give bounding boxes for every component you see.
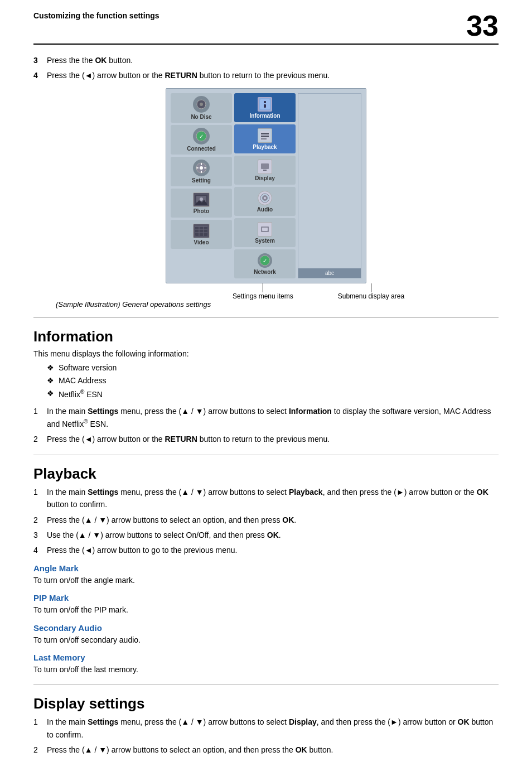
intro-step-3: 3 Press the the OK button. (33, 55, 499, 66)
system-label: System (255, 238, 275, 244)
playback-icon (258, 128, 272, 143)
playback-step-4: 4 Press the (◄) arrow button to go to th… (33, 544, 499, 556)
playback-step-1: 1 In the main Settings menu, press the (… (33, 486, 499, 511)
bullet-diamond-1: ❖ (47, 362, 54, 374)
chapter-title: Customizing the function settings (33, 11, 159, 20)
svg-point-5 (200, 166, 203, 170)
step-3-text: Press the the OK button. (47, 55, 133, 66)
no-disc-icon (193, 96, 210, 113)
svg-point-12 (200, 197, 203, 201)
diagram-annotations: Settings menu items Submenu display area (166, 283, 366, 300)
audio-icon (258, 191, 272, 205)
pip-mark-text: To turn on/off the PIP mark. (33, 604, 499, 616)
information-steps: 1 In the main Settings menu, press the (… (33, 405, 499, 446)
setting-label: Setting (192, 177, 211, 184)
display-label: Display (255, 175, 275, 181)
menu-item-setting[interactable]: Setting (171, 157, 232, 186)
submenu-label: Submenu display area (338, 292, 404, 300)
angle-mark-title: Angle Mark (33, 563, 499, 573)
pip-mark-title: PIP Mark (33, 593, 499, 603)
svg-rect-35 (262, 228, 268, 231)
menu-item-audio[interactable]: Audio (234, 187, 296, 216)
menu-illustration: No Disc ✓ Connected Setting (166, 88, 366, 300)
playback-step-2: 2 Press the (▲ / ▼) arrow buttons to sel… (33, 514, 499, 526)
step-num-4: 4 (33, 70, 42, 81)
secondary-audio-text: To turn on/off secondary audio. (33, 634, 499, 646)
bullet-mac: ❖ MAC Address (47, 375, 499, 387)
svg-point-32 (264, 197, 266, 199)
secondary-audio-subsection: Secondary Audio To turn on/off secondary… (33, 623, 499, 646)
pip-mark-subsection: PIP Mark To turn on/off the PIP mark. (33, 593, 499, 616)
svg-rect-25 (261, 136, 269, 137)
svg-rect-6 (201, 163, 202, 165)
bullet-diamond-3: ❖ (47, 388, 54, 401)
system-icon (258, 222, 272, 237)
display-steps: 1 In the main Settings menu, press the (… (33, 716, 499, 756)
page-number: 33 (466, 11, 499, 40)
playback-step-3: 3 Use the (▲ / ▼) arrow buttons to selec… (33, 529, 499, 541)
svg-point-1 (200, 103, 203, 106)
video-icon (193, 224, 210, 238)
playback-title: Playback (33, 465, 499, 483)
bullet-mac-text: MAC Address (59, 375, 107, 387)
information-section: Information This menu displays the follo… (33, 328, 499, 446)
display-step-1: 1 In the main Settings menu, press the (… (33, 716, 499, 741)
last-memory-title: Last Memory (33, 653, 499, 662)
angle-mark-subsection: Angle Mark To turn on/off the angle mark… (33, 563, 499, 586)
svg-text:✓: ✓ (199, 133, 204, 139)
setting-icon (193, 160, 210, 176)
menu-item-network[interactable]: ✓ Network (234, 249, 296, 278)
menu-item-photo[interactable]: Photo (171, 189, 232, 218)
step-num-3: 3 (33, 55, 42, 66)
last-memory-text: To turn on/off the last memory. (33, 663, 499, 676)
illustration-caption: (Sample Illustration) General operations… (56, 300, 499, 309)
menu-item-connected[interactable]: ✓ Connected (171, 125, 232, 155)
bullet-netflix-text: Netflix® ESN (59, 388, 103, 401)
svg-rect-14 (195, 226, 207, 236)
info-step-1: 1 In the main Settings menu, press the (… (33, 405, 499, 430)
display-icon (258, 160, 272, 174)
photo-label: Photo (194, 208, 209, 214)
svg-rect-21 (264, 101, 266, 103)
bullet-diamond-2: ❖ (47, 375, 54, 387)
bullet-software: ❖ Software version (47, 362, 499, 374)
menu-item-video[interactable]: Video (171, 220, 232, 249)
bullet-netflix: ❖ Netflix® ESN (47, 388, 499, 401)
page-header: Customizing the function settings 33 (33, 11, 499, 45)
no-disc-label: No Disc (191, 114, 211, 120)
abc-bar: abc (298, 268, 361, 278)
svg-text:✓: ✓ (263, 258, 267, 264)
menu-right-col: Information Playback Display (234, 93, 296, 278)
information-description: This menu displays the following informa… (33, 348, 499, 360)
last-memory-subsection: Last Memory To turn on/off the last memo… (33, 653, 499, 676)
playback-section: Playback 1 In the main Settings menu, pr… (33, 465, 499, 676)
menu-item-display[interactable]: Display (234, 156, 296, 185)
svg-rect-28 (261, 163, 269, 169)
svg-rect-29 (263, 170, 267, 171)
display-title: Display settings (33, 695, 499, 712)
audio-label: Audio (257, 206, 273, 213)
video-label: Video (194, 239, 209, 245)
playback-steps: 1 In the main Settings menu, press the (… (33, 486, 499, 557)
svg-rect-22 (264, 104, 266, 108)
submenu-area: abc (298, 93, 361, 278)
svg-rect-8 (196, 167, 199, 168)
info-step-2: 2 Press the (◄) arrow button or the RETU… (33, 433, 499, 445)
svg-rect-26 (261, 138, 267, 139)
menu-item-playback[interactable]: Playback (234, 124, 296, 153)
menu-item-information[interactable]: Information (234, 93, 296, 122)
intro-steps: 3 Press the the OK button. 4 Press the (… (33, 55, 499, 81)
information-bullets: ❖ Software version ❖ MAC Address ❖ Netfl… (47, 362, 499, 401)
svg-rect-24 (261, 133, 269, 134)
information-label: Information (250, 113, 280, 119)
connected-icon: ✓ (193, 128, 210, 144)
menu-item-no-disc[interactable]: No Disc (171, 93, 232, 123)
menu-item-system[interactable]: System (234, 218, 296, 247)
bullet-software-text: Software version (59, 362, 117, 374)
information-icon (258, 97, 272, 112)
menu-left-col: No Disc ✓ Connected Setting (171, 93, 232, 278)
svg-rect-7 (201, 171, 202, 173)
network-label: Network (254, 269, 275, 275)
connected-label: Connected (187, 146, 216, 152)
svg-rect-9 (204, 167, 206, 168)
